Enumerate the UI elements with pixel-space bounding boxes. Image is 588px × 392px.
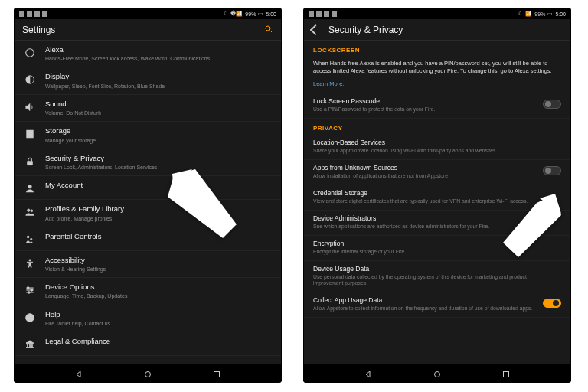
- family-icon: [24, 234, 36, 246]
- battery-percent: 99%: [245, 11, 256, 17]
- header: Security & Privacy: [304, 19, 570, 41]
- svg-point-16: [28, 287, 29, 289]
- item-sub: Allow installation of applications that …: [313, 173, 538, 180]
- item-sub: Use a PIN/Password to protect the data o…: [313, 106, 538, 113]
- settings-item-legal[interactable]: Legal & Compliance: [15, 332, 281, 356]
- item-title: Collect App Usage Data: [313, 296, 538, 305]
- svg-rect-6: [28, 161, 33, 165]
- nav-home-icon[interactable]: [143, 368, 152, 377]
- moon-icon: ☾: [224, 11, 228, 17]
- item-title: Accessibility: [45, 256, 272, 265]
- help-icon: ?: [24, 312, 36, 324]
- item-title: Location-Based Services: [313, 139, 557, 147]
- page-title: Security & Privacy: [328, 24, 563, 35]
- settings-list[interactable]: AlexaHands-Free Mode, Screen lock access…: [15, 41, 281, 364]
- search-icon[interactable]: [264, 23, 273, 37]
- svg-point-18: [28, 292, 30, 293]
- svg-rect-22: [28, 344, 28, 347]
- lock-icon: [24, 155, 36, 168]
- device-usage-data[interactable]: Device Usage DataUse personal data colle…: [304, 261, 570, 293]
- item-sub: Encrypt the internal storage of your Fir…: [313, 249, 557, 256]
- item-title: Parental Controls: [45, 232, 272, 241]
- learn-more-link[interactable]: Learn More.: [313, 80, 344, 87]
- svg-rect-23: [29, 344, 30, 347]
- settings-item-accessibility[interactable]: AccessibilityVision & Hearing Settings: [15, 251, 281, 278]
- page-title: Settings: [22, 24, 258, 35]
- toggle-lock-passcode[interactable]: [543, 100, 561, 109]
- svg-point-17: [31, 289, 32, 291]
- item-sub: Add profile, Manage profiles: [45, 215, 272, 222]
- nav-recent-icon[interactable]: [501, 368, 511, 377]
- item-title: My Account: [45, 181, 272, 190]
- svg-text:?: ?: [28, 315, 31, 320]
- location-based-services[interactable]: Location-Based ServicesShare your approx…: [304, 135, 570, 160]
- nav-bar: [304, 364, 570, 382]
- nav-home-icon[interactable]: [433, 368, 442, 377]
- header: Settings: [15, 19, 281, 41]
- legal-icon: [24, 338, 36, 351]
- item-sub: Use personal data collected by the opera…: [313, 274, 557, 288]
- toggle-collect-app-usage[interactable]: [543, 299, 561, 308]
- nav-back-icon[interactable]: [74, 368, 83, 377]
- item-sub: Wallpaper, Sleep, Font Size, Rotation, B…: [45, 83, 272, 90]
- settings-item-deviceoptions[interactable]: Device OptionsLanguage, Time, Backup, Up…: [15, 278, 281, 305]
- device-administrators[interactable]: Device AdministratorsSee which applicati…: [304, 211, 570, 236]
- settings-item-profiles[interactable]: Profiles & Family LibraryAdd profile, Ma…: [15, 200, 281, 227]
- item-title: Device Administrators: [313, 214, 557, 223]
- encryption[interactable]: EncryptionEncrypt the internal storage o…: [304, 236, 570, 261]
- device-left: ☾ �📶 99% ▭ 5:00 Settings AlexaHands-Free…: [14, 8, 282, 383]
- settings-item-parental[interactable]: Parental Controls: [15, 227, 281, 251]
- accessibility-icon: [24, 257, 36, 270]
- credential-storage[interactable]: Credential StorageView and store digital…: [304, 185, 570, 211]
- section-lockscreen: LOCKSCREEN: [304, 41, 570, 57]
- item-sub: Volume, Do Not Disturb: [45, 109, 272, 116]
- svg-point-10: [27, 236, 29, 238]
- sliders-icon: [24, 284, 36, 296]
- svg-point-12: [29, 259, 31, 260]
- item-sub: Share your approximate location using Wi…: [313, 148, 557, 155]
- svg-point-8: [28, 209, 31, 212]
- alexa-icon: [24, 47, 36, 59]
- item-title: Storage: [45, 126, 272, 136]
- collect-app-usage[interactable]: Collect App Usage DataAllow Appstore to …: [304, 292, 570, 318]
- back-icon[interactable]: [310, 24, 321, 34]
- item-title: Lock Screen Passcode: [313, 97, 538, 106]
- device-right: ☾ 📶 99% ▭ 5:00 Security & Privacy LOCKSC…: [303, 8, 571, 383]
- item-title: Alexa: [45, 45, 272, 54]
- moon-icon: ☾: [518, 11, 523, 17]
- wifi-icon: �📶: [230, 11, 243, 17]
- settings-item-help[interactable]: ? HelpFire Tablet help, Contact us: [15, 305, 281, 332]
- item-title: Sound: [45, 100, 272, 109]
- display-icon: [24, 74, 36, 86]
- item-sub: Manage your storage: [45, 137, 272, 144]
- wifi-icon: 📶: [525, 11, 532, 17]
- clock-text: 5:00: [555, 11, 566, 17]
- item-sub: Language, Time, Backup, Updates: [45, 292, 272, 299]
- settings-item-myaccount[interactable]: My Account: [15, 176, 281, 200]
- settings-item-sound[interactable]: SoundVolume, Do Not Disturb: [15, 95, 281, 122]
- settings-item-display[interactable]: DisplayWallpaper, Sleep, Font Size, Rota…: [15, 67, 281, 94]
- svg-point-9: [31, 210, 33, 212]
- svg-point-11: [31, 238, 32, 240]
- battery-icon: ▭: [547, 11, 553, 17]
- sound-icon: [24, 101, 36, 113]
- privacy-list[interactable]: LOCKSCREEN When Hands-free Alexa is enab…: [304, 41, 570, 364]
- item-title: Credential Storage: [313, 189, 557, 198]
- toggle-unknown-sources[interactable]: [543, 166, 561, 175]
- nav-back-icon[interactable]: [364, 368, 373, 377]
- apps-unknown-sources[interactable]: Apps from Unknown SourcesAllow installat…: [304, 160, 570, 185]
- settings-item-storage[interactable]: StorageManage your storage: [15, 122, 281, 149]
- item-sub: Fire Tablet help, Contact us: [45, 320, 272, 327]
- item-sub: Vision & Hearing Settings: [45, 266, 272, 273]
- item-sub: Hands-Free Mode, Screen lock access, Wak…: [45, 55, 272, 62]
- item-title: Encryption: [313, 240, 557, 248]
- item-title: Security & Privacy: [45, 154, 272, 163]
- svg-rect-27: [214, 372, 220, 377]
- lock-screen-passcode[interactable]: Lock Screen PasscodeUse a PIN/Password t…: [304, 93, 570, 119]
- svg-rect-31: [504, 372, 509, 377]
- settings-item-alexa[interactable]: AlexaHands-Free Mode, Screen lock access…: [15, 41, 281, 67]
- item-title: Help: [45, 310, 272, 319]
- status-bar: ☾ �📶 99% ▭ 5:00: [15, 8, 281, 19]
- settings-item-security[interactable]: Security & PrivacyScreen Lock, Administr…: [15, 149, 281, 176]
- nav-recent-icon[interactable]: [212, 368, 221, 377]
